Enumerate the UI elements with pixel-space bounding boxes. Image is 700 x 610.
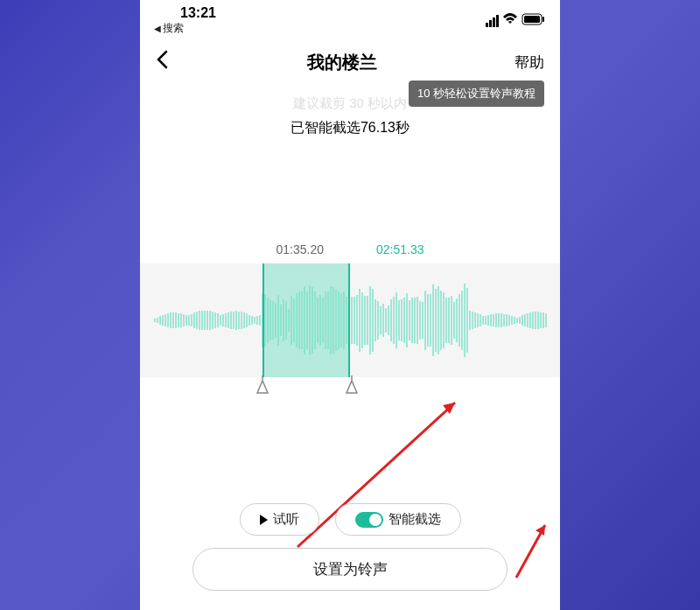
back-button[interactable]	[156, 50, 182, 74]
svg-rect-2	[542, 17, 544, 22]
waveform-icon	[140, 263, 560, 377]
time-labels: 01:35.20 02:51.33	[140, 242, 560, 256]
selection-start-time: 01:35.20	[276, 242, 325, 256]
status-bar: 13:21 ◀ 搜索	[140, 0, 560, 38]
audio-editor: 01:35.20 02:51.33	[140, 242, 560, 403]
nav-bar: 我的楼兰 帮助	[140, 38, 560, 83]
smart-select-toggle[interactable]: 智能截选	[335, 503, 461, 536]
selection-handle-left[interactable]	[256, 375, 270, 395]
signal-icon	[486, 15, 499, 27]
battery-icon	[522, 13, 546, 28]
selection-range[interactable]	[262, 263, 350, 377]
svg-rect-1	[524, 16, 540, 23]
wifi-icon	[502, 13, 518, 28]
page-title: 我的楼兰	[182, 51, 502, 74]
chevron-left-icon	[156, 50, 168, 69]
selected-duration: 已智能截选76.13秒	[140, 119, 560, 137]
status-time: 13:21	[154, 5, 216, 21]
play-icon	[260, 515, 268, 525]
selection-handle-right[interactable]	[345, 375, 359, 395]
preview-button[interactable]: 试听	[240, 503, 319, 536]
help-button[interactable]: 帮助	[502, 53, 544, 73]
selection-end-time: 02:51.33	[376, 242, 424, 256]
svg-marker-4	[443, 403, 455, 414]
waveform-container[interactable]	[140, 263, 560, 377]
preview-label: 试听	[273, 511, 299, 528]
handle-row	[140, 377, 560, 403]
bottom-controls: 试听 智能截选 设置为铃声	[140, 503, 560, 591]
chevron-left-icon: ◀	[154, 24, 161, 33]
tutorial-tooltip[interactable]: 10 秒轻松设置铃声教程	[409, 81, 544, 107]
search-label: 搜索	[163, 21, 184, 36]
smart-select-label: 智能截选	[388, 511, 441, 528]
toggle-icon	[355, 512, 383, 528]
set-ringtone-button[interactable]: 设置为铃声	[192, 548, 508, 591]
back-to-search[interactable]: ◀ 搜索	[154, 21, 184, 36]
status-icons	[486, 13, 546, 28]
phone-frame: 13:21 ◀ 搜索 我的楼兰 帮助 10	[140, 0, 560, 610]
